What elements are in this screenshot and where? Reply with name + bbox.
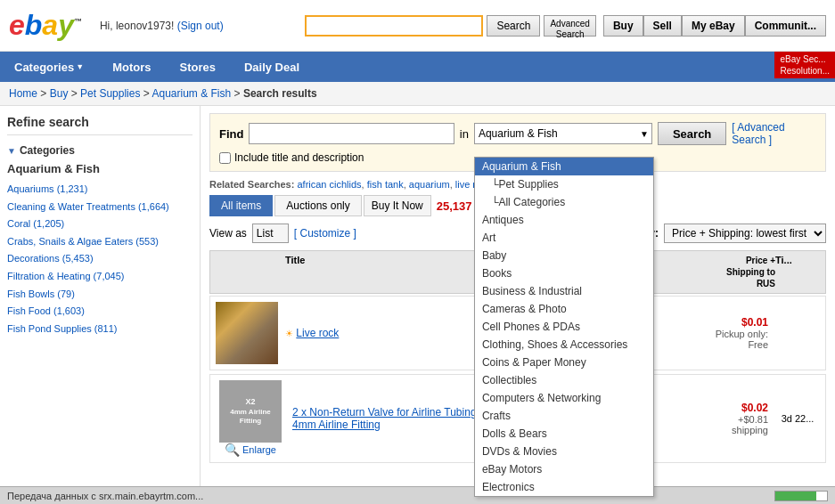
breadcrumb-home[interactable]: Home <box>9 87 37 100</box>
related-search-item[interactable]: african cichlids <box>297 179 361 190</box>
buy-button[interactable]: Buy <box>603 15 643 37</box>
dropdown-item[interactable]: Art <box>475 229 653 247</box>
dropdown-item[interactable]: Crafts <box>475 407 653 425</box>
related-search-item[interactable]: aquarium <box>409 179 450 190</box>
in-label: in <box>460 127 469 141</box>
triangle-icon: ▼ <box>7 146 16 156</box>
item-time: 3d 22... <box>775 413 820 424</box>
dropdown-items-list: Aquarium & Fish└Pet Supplies└All Categor… <box>475 158 653 496</box>
community-button[interactable]: Communit... <box>745 15 826 37</box>
progress-bar <box>774 491 828 501</box>
enlarge-link[interactable]: 🔍 Enlarge <box>225 443 276 457</box>
dropdown-item[interactable]: Cell Phones & PDAs <box>475 318 653 336</box>
categories-arrow-icon: ▼ <box>76 62 84 71</box>
logo[interactable]: ebay™ <box>9 9 82 42</box>
sort-select[interactable]: Price + Shipping: lowest first <box>664 224 826 243</box>
dropdown-item[interactable]: Cameras & Photo <box>475 300 653 318</box>
item-thumbnail: X24mm AirlineFitting <box>219 380 282 443</box>
related-search-item[interactable]: fish tank <box>367 179 404 190</box>
breadcrumb-pet-supplies[interactable]: Pet Supplies <box>80 87 140 100</box>
view-as-label: View as <box>209 227 247 240</box>
sidebar-category-list: Aquariums (1,231)Cleaning & Water Treatm… <box>7 181 192 337</box>
nav-categories[interactable]: Categories ▼ <box>0 52 98 82</box>
breadcrumb-current: Search results <box>243 87 317 100</box>
sidebar-category-item[interactable]: Coral (1,205) <box>7 215 192 233</box>
logo-y: y <box>58 9 74 41</box>
signout-link[interactable]: (Sign out) <box>177 20 224 32</box>
dropdown-item[interactable]: └All Categories <box>475 193 653 211</box>
dropdown-item[interactable]: Clothing, Shoes & Accessories <box>475 336 653 354</box>
breadcrumb-aquarium-fish[interactable]: Aquarium & Fish <box>151 87 231 100</box>
item-shipping: +$0.81shipping <box>670 414 768 435</box>
search-button[interactable]: Search <box>487 15 540 37</box>
dropdown-item[interactable]: Coins & Paper Money <box>475 354 653 371</box>
search-input[interactable] <box>305 15 483 37</box>
buy-it-now-tab[interactable]: Buy It Now <box>364 195 431 216</box>
category-select-display[interactable] <box>474 123 652 144</box>
col-price: Price +Shipping toRUS <box>659 255 775 289</box>
main-content: Refine search ▼ Categories Aquarium & Fi… <box>0 106 835 504</box>
category-select-wrapper: ▼ Aquarium & Fish└Pet Supplies└All Categ… <box>474 123 652 144</box>
categories-section: ▼ Categories Aquarium & Fish Aquariums (… <box>7 144 192 337</box>
sidebar-category-item[interactable]: Fish Bowls (79) <box>7 286 192 304</box>
customize-link[interactable]: [ Customize ] <box>294 227 356 240</box>
logo-a: a <box>42 9 58 41</box>
dropdown-item[interactable]: DVDs & Movies <box>475 443 653 460</box>
nav-daily-deal[interactable]: Daily Deal <box>230 52 314 82</box>
refine-search-title: Refine search <box>7 115 192 135</box>
sidebar-category-item[interactable]: Fish Pond Supplies (811) <box>7 321 192 338</box>
sell-button[interactable]: Sell <box>643 15 682 37</box>
include-description-label: Include title and description <box>234 151 364 164</box>
header-actions: Buy Sell My eBay Communit... <box>603 15 826 37</box>
sidebar-category-item[interactable]: Decorations (5,453) <box>7 250 192 268</box>
item-price-shipping: $0.01 Pickup only:Free <box>670 316 768 350</box>
all-items-tab[interactable]: All items <box>209 195 273 216</box>
sidebar-category-item[interactable]: Aquariums (1,231) <box>7 181 192 199</box>
filter-tabs: All items Auctions only Buy It Now <box>209 195 431 216</box>
greeting-text: Hi, leonov1973! (Sign out) <box>100 20 224 32</box>
view-select-wrapper: List <box>252 224 289 243</box>
sidebar-category-item[interactable]: Cleaning & Water Treatments (1,664) <box>7 199 192 216</box>
search-bar: Search AdvancedSearch <box>305 15 596 37</box>
advanced-search-link[interactable]: [ Advanced Search ] <box>732 121 816 146</box>
dropdown-item[interactable]: Collectibles <box>475 371 653 389</box>
statusbar: Передача данных с srx.main.ebayrtm.com..… <box>0 486 835 504</box>
dropdown-item[interactable]: Books <box>475 264 653 282</box>
content-area: Find in ▼ Aquarium & Fish└Pet Supplies└A… <box>201 106 835 504</box>
include-description-checkbox[interactable] <box>219 152 231 164</box>
dropdown-item[interactable]: Baby <box>475 247 653 264</box>
breadcrumb: Home > Buy > Pet Supplies > Aquarium & F… <box>0 82 835 106</box>
find-input[interactable] <box>249 123 454 144</box>
item-thumbnail <box>216 302 278 364</box>
col-time: Ti... <box>775 255 820 289</box>
item-title-link[interactable]: Live rock <box>296 327 339 339</box>
my-ebay-button[interactable]: My eBay <box>682 15 745 37</box>
breadcrumb-buy[interactable]: Buy <box>50 87 69 100</box>
advanced-search-button[interactable]: AdvancedSearch <box>544 15 595 37</box>
sidebar-category-item[interactable]: Fish Food (1,603) <box>7 303 192 321</box>
dropdown-item[interactable]: Aquarium & Fish <box>475 158 653 175</box>
nav-stores[interactable]: Stores <box>165 52 229 82</box>
logo-tm: ™ <box>74 17 82 26</box>
auctions-tab[interactable]: Auctions only <box>274 195 361 216</box>
col-thumb <box>216 255 285 289</box>
category-dropdown[interactable]: Aquarium & Fish└Pet Supplies└All Categor… <box>474 157 654 497</box>
dropdown-item[interactable]: Computers & Networking <box>475 389 653 407</box>
sidebar-category-item[interactable]: Filtration & Heating (7,045) <box>7 268 192 286</box>
view-select[interactable]: List <box>252 224 289 243</box>
item-title-link[interactable]: 2 x Non-Return Valve for Airline Tubing4… <box>292 406 477 431</box>
logo-e: e <box>9 9 25 41</box>
sidebar-category-item[interactable]: Crabs, Snails & Algae Eaters (553) <box>7 233 192 251</box>
dropdown-item[interactable]: eBay Motors <box>475 460 653 478</box>
dropdown-item[interactable]: Dolls & Bears <box>475 425 653 443</box>
dropdown-item[interactable]: Electronics <box>475 478 653 496</box>
ebay-security-badge: eBay Sec...Resolution... <box>774 52 835 78</box>
dropdown-item[interactable]: Business & Industrial <box>475 282 653 300</box>
dropdown-item[interactable]: Antiques <box>475 211 653 229</box>
dropdown-item[interactable]: └Pet Supplies <box>475 175 653 193</box>
nav-motors[interactable]: Motors <box>98 52 165 82</box>
magnify-icon: 🔍 <box>225 443 240 457</box>
find-search-button[interactable]: Search <box>658 122 726 145</box>
item-shipping: Pickup only:Free <box>670 329 768 350</box>
categories-header: ▼ Categories <box>7 144 192 157</box>
